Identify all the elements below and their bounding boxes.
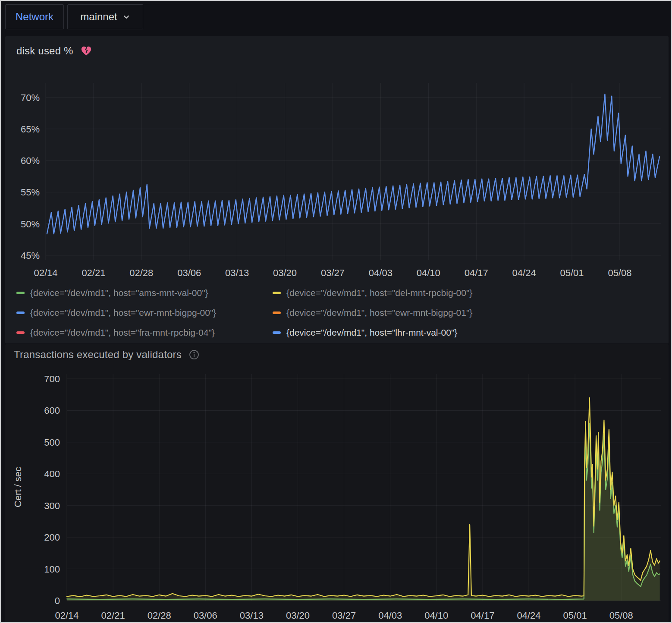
svg-text:03/20: 03/20: [273, 267, 297, 278]
legend-item-lhr-mnt-val-00[interactable]: {device="/dev/md1", host="lhr-mnt-val-00…: [273, 323, 661, 343]
legend-item-ams-mnt-val-00[interactable]: {device="/dev/md1", host="ams-mnt-val-00…: [16, 283, 273, 303]
svg-text:05/01: 05/01: [563, 610, 587, 621]
svg-text:50%: 50%: [21, 219, 40, 230]
svg-text:04/03: 04/03: [369, 267, 393, 278]
svg-text:600: 600: [44, 405, 60, 416]
svg-text:05/08: 05/08: [609, 610, 633, 621]
disk-used-chart[interactable]: 45%50%55%60%65%70%02/1402/2102/2803/0603…: [5, 66, 669, 282]
series-color-swatch: [273, 312, 281, 314]
legend-label: {device="/dev/md1", host="ewr-mnt-bigpg-…: [30, 308, 216, 318]
chevron-down-icon: [122, 13, 130, 21]
svg-text:04/10: 04/10: [417, 267, 440, 278]
legend-item-del-mnt-rpcbig-00[interactable]: {device="/dev/md1", host="del-mnt-rpcbig…: [273, 283, 661, 303]
svg-text:02/14: 02/14: [55, 610, 79, 621]
tx-y-axis-label: Cert / sec: [13, 467, 24, 507]
svg-text:05/01: 05/01: [560, 267, 584, 278]
svg-text:700: 700: [44, 374, 60, 384]
svg-text:02/14: 02/14: [34, 267, 57, 278]
legend-label: {device="/dev/md1", host="lhr-mnt-val-00…: [286, 327, 457, 338]
disk-chart-legend: {device="/dev/md1", host="ams-mnt-val-00…: [16, 283, 661, 343]
svg-text:02/21: 02/21: [82, 267, 105, 278]
series-color-swatch: [273, 331, 281, 334]
svg-text:03/20: 03/20: [286, 610, 310, 621]
series-color-swatch: [16, 312, 25, 314]
svg-text:70%: 70%: [21, 92, 40, 103]
svg-text:05/08: 05/08: [608, 267, 631, 278]
svg-text:02/28: 02/28: [129, 267, 153, 278]
svg-text:04/24: 04/24: [512, 267, 536, 278]
legend-label: {device="/dev/md1", host="fra-mnt-rpcbig…: [30, 327, 215, 338]
svg-text:03/13: 03/13: [240, 610, 264, 621]
network-variable-label: Network: [16, 11, 53, 23]
network-variable-value: mainnet: [80, 11, 117, 23]
legend-label: {device="/dev/md1", host="del-mnt-rpcbig…: [286, 288, 472, 298]
series-color-swatch: [16, 292, 25, 294]
network-variable-dropdown[interactable]: mainnet: [67, 4, 143, 29]
panel-transactions: Transactions executed by validators 0100…: [5, 344, 669, 623]
series-color-swatch: [16, 331, 25, 334]
panel-disk-used: disk used % 45%50%55%60%65%70%02/1402/21…: [5, 36, 669, 343]
svg-text:04/17: 04/17: [465, 267, 488, 278]
svg-text:04/24: 04/24: [517, 610, 540, 621]
svg-text:03/27: 03/27: [321, 267, 345, 278]
legend-item-fra-mnt-rpcbig-04[interactable]: {device="/dev/md1", host="fra-mnt-rpcbig…: [16, 323, 273, 343]
svg-text:45%: 45%: [21, 250, 40, 261]
broken-heart-icon: [80, 45, 92, 57]
transactions-chart[interactable]: 010020030040050060070002/1402/2102/2803/…: [5, 367, 669, 623]
info-icon[interactable]: [188, 349, 200, 360]
svg-text:200: 200: [44, 532, 60, 543]
legend-item-ewr-mnt-bigpg-00[interactable]: {device="/dev/md1", host="ewr-mnt-bigpg-…: [16, 303, 273, 323]
svg-text:65%: 65%: [21, 124, 40, 135]
svg-text:500: 500: [44, 437, 60, 448]
svg-text:04/03: 04/03: [378, 610, 402, 621]
svg-text:04/17: 04/17: [471, 610, 494, 621]
svg-text:100: 100: [44, 564, 60, 575]
svg-text:03/13: 03/13: [225, 267, 249, 278]
svg-text:03/06: 03/06: [194, 610, 217, 621]
svg-text:60%: 60%: [21, 155, 40, 166]
panel-title-transactions[interactable]: Transactions executed by validators: [14, 349, 182, 361]
svg-text:04/10: 04/10: [424, 610, 448, 621]
svg-text:55%: 55%: [21, 187, 40, 198]
grafana-dashboard: { "toolbar": { "variable_label": "Networ…: [0, 0, 672, 623]
svg-text:300: 300: [44, 500, 60, 511]
svg-text:400: 400: [44, 469, 60, 479]
svg-text:03/27: 03/27: [332, 610, 356, 621]
svg-text:02/28: 02/28: [148, 610, 171, 621]
network-variable-label-box: Network: [5, 4, 64, 29]
legend-label: {device="/dev/md1", host="ams-mnt-val-00…: [30, 288, 208, 298]
series-color-swatch: [273, 292, 281, 294]
svg-text:03/06: 03/06: [177, 267, 201, 278]
legend-label: {device="/dev/md1", host="ewr-mnt-bigpg-…: [286, 308, 472, 318]
legend-item-ewr-mnt-bigpg-01[interactable]: {device="/dev/md1", host="ewr-mnt-bigpg-…: [273, 303, 661, 323]
panel-title-disk-used[interactable]: disk used %: [16, 45, 73, 57]
svg-text:0: 0: [55, 595, 60, 606]
svg-text:02/21: 02/21: [101, 610, 125, 621]
